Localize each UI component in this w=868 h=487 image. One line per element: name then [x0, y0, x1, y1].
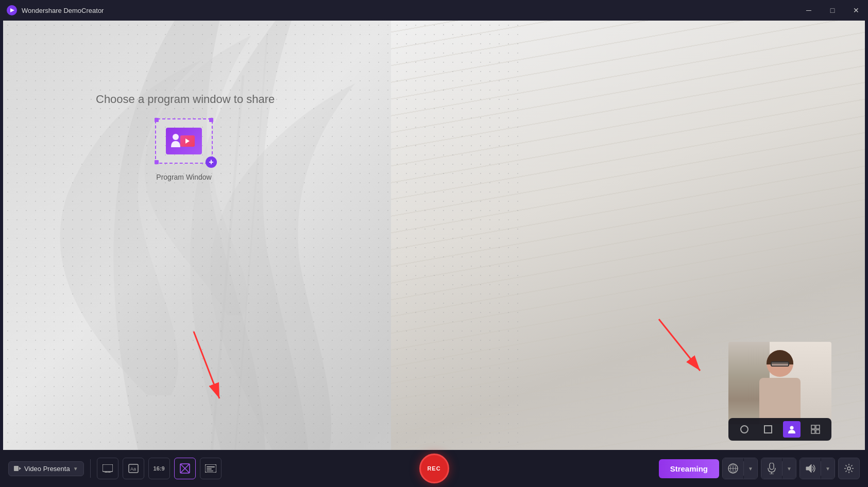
svg-rect-10: [811, 430, 815, 433]
program-window-widget[interactable]: + Program Window: [155, 118, 213, 181]
aspect-ratio-label: 16:9: [154, 465, 165, 472]
preview-background: Choose a program window to share: [3, 21, 865, 450]
settings-button[interactable]: [838, 458, 860, 479]
svg-rect-8: [811, 425, 815, 429]
choose-program-text: Choose a program window to share: [96, 93, 275, 106]
bottom-toolbar: Video Presenta ▼ Aa 16:9: [0, 450, 868, 487]
svg-rect-6: [764, 426, 772, 433]
app-logo: [6, 5, 18, 16]
svg-point-7: [790, 426, 794, 430]
titlebar: Wondershare DemoCreator ─ □ ✕: [0, 0, 868, 21]
grid-overlay-button[interactable]: [174, 458, 196, 479]
aspect-ratio-button[interactable]: 16:9: [148, 458, 170, 479]
arrow-bottom-left: [127, 316, 240, 419]
caption-button[interactable]: [200, 458, 222, 479]
widget-box: +: [155, 118, 213, 164]
svg-rect-18: [103, 464, 113, 472]
speaker-button[interactable]: [800, 458, 821, 479]
maximize-button[interactable]: □: [821, 0, 844, 21]
speaker-control-group: ▼: [799, 458, 835, 479]
svg-text:Aa: Aa: [130, 466, 136, 472]
streaming-button[interactable]: Streaming: [659, 459, 719, 478]
svg-marker-38: [806, 464, 811, 473]
camera-feed: [728, 342, 831, 424]
svg-rect-9: [816, 425, 820, 429]
svg-rect-16: [14, 466, 19, 471]
cam-ctrl-circle-button[interactable]: [736, 421, 753, 438]
svg-point-39: [847, 467, 850, 470]
cam-ctrl-grid-button[interactable]: [807, 421, 824, 438]
video-icon: [14, 465, 21, 472]
palm-shadow: [3, 21, 563, 450]
webcam-button[interactable]: [723, 458, 743, 479]
arrow-camera-controls: [618, 309, 721, 402]
speaker-chevron-button[interactable]: ▼: [821, 458, 835, 479]
chevron-down-icon: ▼: [73, 466, 78, 472]
mode-selector[interactable]: Video Presenta ▼: [8, 461, 84, 476]
svg-marker-17: [19, 467, 21, 470]
divider-1: [90, 459, 91, 478]
cam-ctrl-square-button[interactable]: [759, 421, 777, 438]
canvas-area: Choose a program window to share: [3, 21, 865, 450]
camera-controls-toolbar: [728, 418, 831, 441]
person-icon: [170, 133, 181, 150]
app-title: Wondershare DemoCreator: [22, 7, 104, 14]
screen-capture-button[interactable]: [97, 458, 118, 479]
svg-rect-28: [207, 466, 215, 467]
cam-ctrl-person-button[interactable]: [783, 421, 801, 438]
rec-button[interactable]: REC: [419, 454, 449, 483]
window-controls: ─ □ ✕: [797, 0, 868, 21]
widget-label: Program Window: [156, 173, 211, 181]
main-area: Choose a program window to share: [0, 21, 868, 487]
svg-line-13: [194, 332, 219, 398]
play-button-icon: [180, 135, 195, 147]
svg-line-15: [659, 319, 700, 371]
svg-rect-11: [816, 430, 820, 433]
widget-inner: [166, 128, 202, 154]
mic-control-group: ▼: [761, 458, 796, 479]
rec-area: REC: [419, 454, 449, 483]
close-button[interactable]: ✕: [844, 0, 868, 21]
svg-point-5: [741, 426, 748, 433]
webcam-control-group: ▼: [722, 458, 758, 479]
svg-rect-35: [770, 463, 774, 469]
mode-label: Video Presenta: [24, 465, 70, 473]
svg-rect-29: [207, 468, 212, 469]
overlay-text-button[interactable]: Aa: [123, 458, 144, 479]
webcam-chevron-button[interactable]: ▼: [744, 458, 757, 479]
svg-rect-30: [207, 471, 213, 472]
mic-button[interactable]: [761, 458, 782, 479]
rec-label: REC: [427, 465, 440, 472]
svg-point-4: [173, 134, 179, 140]
mic-chevron-button[interactable]: ▼: [782, 458, 796, 479]
toolbar-right: Streaming ▼: [659, 458, 860, 479]
add-widget-icon[interactable]: +: [206, 156, 217, 168]
minimize-button[interactable]: ─: [797, 0, 821, 21]
